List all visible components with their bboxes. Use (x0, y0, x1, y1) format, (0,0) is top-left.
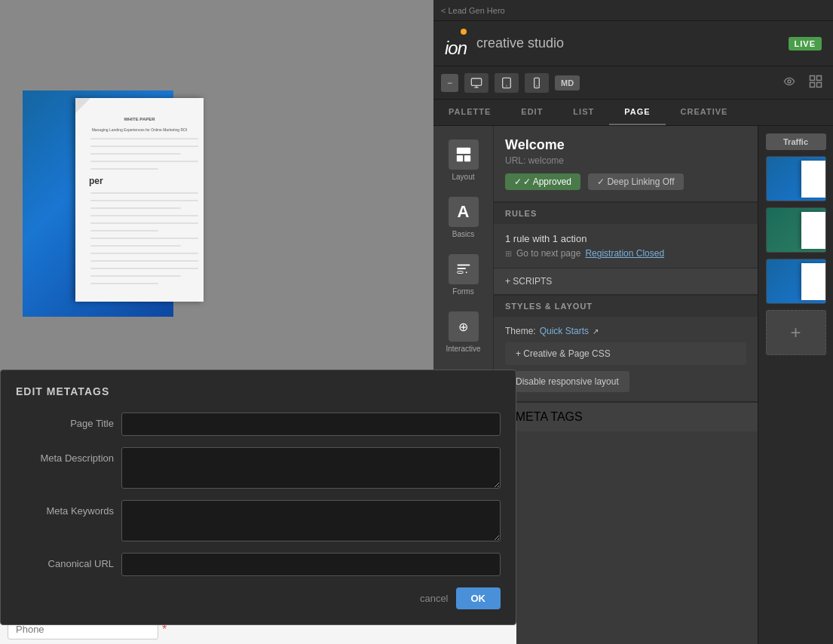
dialog-footer: cancel OK (16, 587, 501, 609)
interactive-icon: ⊕ (449, 311, 479, 342)
page-title: Welcome (505, 137, 746, 153)
svg-rect-17 (457, 271, 462, 274)
svg-point-6 (536, 85, 537, 86)
disable-responsive-button[interactable]: Disable responsive layout (505, 371, 629, 392)
svg-rect-12 (456, 148, 470, 154)
css-button[interactable]: + Creative & Page CSS (505, 342, 746, 365)
desktop-icon (470, 77, 482, 89)
theme-link[interactable]: Quick Starts (540, 326, 589, 336)
page-title-input[interactable] (121, 412, 501, 436)
svg-point-18 (465, 271, 467, 273)
page-title-label: Page Title (16, 412, 114, 429)
top-bar: < Lead Gen Hero (433, 0, 833, 21)
scripts-label: + SCRIPTS (505, 276, 552, 287)
tab-creative[interactable]: CREATIVE (666, 100, 743, 125)
page-url: URL: welcome (505, 155, 746, 166)
breadcrumb[interactable]: < Lead Gen Hero (441, 6, 505, 15)
approved-checkmark: ✓ (514, 176, 522, 187)
basics-icon: A (449, 197, 479, 227)
page-title-row: Page Title (16, 412, 501, 436)
meta-keywords-input[interactable] (121, 500, 501, 541)
styles-section: Theme: Quick Starts ↗ + Creative & Page … (494, 317, 758, 402)
tab-palette[interactable]: PALETTE (433, 100, 506, 125)
svg-rect-9 (817, 75, 822, 80)
md-badge: MD (555, 75, 580, 90)
mobile-button[interactable] (525, 73, 549, 93)
sidebar-label-forms: Forms (452, 287, 473, 296)
rule-title: 1 rule with 1 action (505, 233, 746, 244)
canonical-url-input[interactable] (121, 553, 501, 576)
theme-row: Theme: Quick Starts ↗ (505, 326, 746, 336)
white-document: WHITE PAPER Managing Landing Experiences… (75, 98, 204, 302)
minus-icon: − (447, 78, 452, 88)
ion-dot (461, 29, 467, 35)
rule-link[interactable]: Registration Closed (585, 248, 664, 259)
svg-rect-14 (464, 155, 470, 161)
forms-icon (449, 254, 479, 284)
cancel-button[interactable]: cancel (420, 593, 449, 604)
meta-keywords-label: Meta Keywords (16, 500, 114, 517)
grid-button[interactable] (806, 72, 825, 94)
add-thumbnail-button[interactable]: + (766, 310, 826, 355)
thumbnail-3[interactable] (766, 259, 826, 304)
live-badge: LIVE (789, 37, 822, 51)
logo-area: ion creative studio (445, 29, 564, 59)
rule-detail: ⊞ Go to next page Registration Closed (505, 248, 746, 259)
eye-button[interactable] (779, 72, 800, 94)
page-status-row: ✓ ✓ Approved ✓ Deep Linking Off (505, 173, 746, 190)
sidebar-item-forms[interactable]: Forms (433, 248, 493, 302)
meta-tags-button[interactable]: + META TAGS (494, 402, 758, 431)
svg-rect-11 (817, 82, 822, 87)
approved-badge[interactable]: ✓ ✓ Approved (505, 173, 580, 190)
thumbnail-1[interactable] (766, 156, 826, 201)
meta-keywords-row: Meta Keywords (16, 500, 501, 541)
tab-bar: PALETTE EDIT LIST PAGE CREATIVE (433, 100, 833, 126)
page-panel: Welcome URL: welcome ✓ ✓ Approved ✓ Deep… (494, 126, 758, 644)
deeplink-badge[interactable]: ✓ Deep Linking Off (588, 173, 684, 190)
rules-header: RULES (494, 202, 758, 224)
tab-edit[interactable]: EDIT (506, 100, 558, 125)
sidebar-label-layout: Layout (452, 173, 474, 181)
sidebar-item-basics[interactable]: A Basics (433, 191, 493, 244)
styles-header: STYLES & LAYOUT (494, 295, 758, 317)
layout-icon (449, 140, 479, 170)
approved-label: ✓ Approved (523, 176, 571, 187)
page-header: Welcome URL: welcome ✓ ✓ Approved ✓ Deep… (494, 126, 758, 202)
meta-description-input[interactable] (121, 447, 501, 489)
thumbnails-panel: Traffic + (758, 126, 833, 644)
meta-tags-label: + META TAGS (505, 410, 583, 424)
rule-action: Go to next page (516, 248, 580, 259)
deeplink-label: ✓ Deep Linking Off (597, 176, 675, 187)
tab-page[interactable]: PAGE (609, 100, 665, 125)
creative-studio-label: creative studio (476, 35, 564, 51)
edit-metatags-dialog: EDIT METATAGS Page Title Meta Descriptio… (0, 370, 516, 625)
traffic-button[interactable]: Traffic (766, 133, 826, 150)
ion-logo: ion (445, 29, 467, 59)
tablet-button[interactable] (495, 73, 519, 93)
tab-list[interactable]: LIST (558, 100, 609, 125)
dialog-title: EDIT METATAGS (16, 385, 501, 397)
canonical-url-label: Canonical URL (16, 553, 114, 569)
rules-section: 1 rule with 1 action ⊞ Go to next page R… (494, 224, 758, 268)
sidebar-item-interactive[interactable]: ⊕ Interactive (433, 305, 493, 359)
svg-rect-8 (810, 75, 815, 80)
sidebar-item-layout[interactable]: Layout (433, 133, 493, 187)
sidebar-label-basics: Basics (452, 230, 474, 238)
svg-point-4 (506, 85, 507, 86)
minus-button[interactable]: − (441, 74, 458, 92)
thumbnail-2[interactable] (766, 207, 826, 253)
external-icon: ↗ (593, 327, 599, 336)
css-btn-label: + Creative & Page CSS (516, 348, 611, 359)
canvas-area: WHITE PAPER Managing Landing Experiences… (0, 0, 433, 370)
add-icon: + (790, 322, 801, 343)
scripts-button[interactable]: + SCRIPTS (494, 268, 758, 295)
meta-description-row: Meta Description (16, 447, 501, 489)
svg-point-7 (788, 80, 791, 83)
tablet-icon (501, 77, 513, 89)
theme-label: Theme: (505, 326, 536, 336)
svg-rect-16 (457, 268, 465, 269)
ok-button[interactable]: OK (456, 587, 501, 609)
meta-description-label: Meta Description (16, 447, 114, 464)
ion-logo-text: ion (445, 38, 467, 59)
desktop-button[interactable] (464, 73, 488, 93)
